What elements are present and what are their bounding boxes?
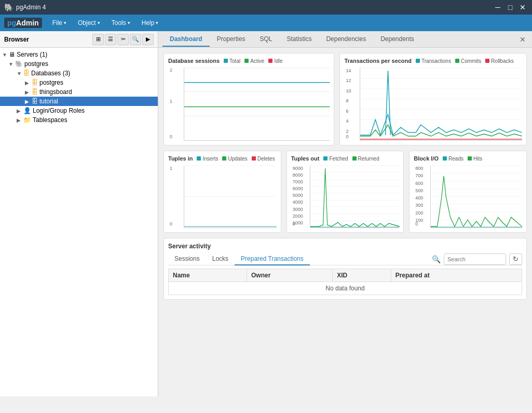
- legend-commits: Commits: [455, 58, 481, 64]
- tree-item-databases[interactable]: ▼ 🗄 Databases (3): [0, 69, 158, 78]
- activity-title: Server activity: [168, 243, 522, 250]
- legend-total: Total: [224, 58, 240, 64]
- col-header-xid: XID: [333, 269, 391, 282]
- browser-panel: Browser ⊞ ☰ ✂ 🔍 ▶ ▼ 🖥 Servers (1) ▼ 🐘 po…: [0, 31, 158, 396]
- tab-statistics[interactable]: Statistics: [279, 32, 319, 47]
- tuples-in-chart: 1 0: [184, 166, 277, 228]
- legend-label-rollbacks: Rollbacks: [491, 58, 513, 64]
- chevron-icon: ▶: [17, 117, 22, 123]
- tablespaces-icon: 📁: [23, 116, 31, 124]
- roles-icon: 👤: [23, 107, 31, 114]
- main-layout: Browser ⊞ ☰ ✂ 🔍 ▶ ▼ 🖥 Servers (1) ▼ 🐘 po…: [0, 31, 532, 396]
- activity-tab-locks[interactable]: Locks: [206, 253, 235, 265]
- server-activity-card: Server activity Sessions Locks Prepared …: [163, 238, 527, 300]
- menu-tools[interactable]: Tools ▾: [106, 17, 135, 29]
- tab-dependents[interactable]: Dependents: [373, 32, 421, 47]
- databases-icon: 🗄: [23, 70, 30, 77]
- app-title: pgAdmin 4: [16, 4, 46, 11]
- legend-dot-returned: [352, 156, 357, 161]
- refresh-button[interactable]: ↻: [509, 254, 522, 265]
- tree-item-roles[interactable]: ▶ 👤 Login/Group Roles: [0, 106, 158, 115]
- legend-label-deletes: Deletes: [257, 156, 275, 162]
- tree-label-db-thingsboard: thingsboard: [39, 88, 72, 96]
- activity-tab-prepared-transactions[interactable]: Prepared Transactions: [235, 253, 310, 265]
- browser-tree: ▼ 🖥 Servers (1) ▼ 🐘 postgres ▼ 🗄 Databas…: [0, 48, 158, 396]
- legend-label-hits: Hits: [473, 156, 482, 162]
- minimize-button[interactable]: ─: [493, 2, 503, 12]
- db-sessions-title: Database sessions: [168, 58, 220, 64]
- legend-dot-fetched: [323, 156, 328, 161]
- tree-label-roles: Login/Group Roles: [33, 107, 85, 114]
- menu-help[interactable]: Help ▾: [137, 17, 164, 29]
- db-sessions-chart: 2 1 0: [184, 68, 330, 141]
- tree-item-db-thingsboard[interactable]: ▶ 🗄 thingsboard: [0, 87, 158, 97]
- chevron-icon: ▶: [25, 80, 30, 86]
- menu-object[interactable]: Object ▾: [73, 17, 105, 29]
- activity-tab-sessions[interactable]: Sessions: [168, 253, 206, 265]
- tuples-in-title: Tuples in: [168, 155, 193, 162]
- tuples-in-legend: Inserts Updates Deletes: [197, 156, 275, 162]
- activity-toolbar: 🔍 ↻: [432, 254, 522, 265]
- block-io-legend: Reads Hits: [443, 156, 482, 162]
- tree-item-db-tutorial[interactable]: ▶ 🗄 tutorial: [0, 97, 158, 106]
- browser-tool-list[interactable]: ☰: [105, 34, 116, 45]
- tree-label-databases: Databases (3): [31, 70, 70, 77]
- chevron-icon: ▶: [17, 108, 22, 114]
- chevron-icon: ▼: [2, 52, 7, 58]
- legend-inserts: Inserts: [197, 156, 218, 162]
- legend-label-active: Active: [250, 58, 264, 64]
- maximize-button[interactable]: □: [505, 2, 515, 12]
- tree-item-servers[interactable]: ▼ 🖥 Servers (1): [0, 50, 158, 59]
- server-icon: 🖥: [9, 51, 15, 58]
- legend-rollbacks: Rollbacks: [485, 58, 513, 64]
- legend-dot-deletes: [252, 156, 256, 161]
- pg-logo: pgAdmin: [4, 18, 42, 28]
- menu-file[interactable]: File ▾: [47, 17, 72, 29]
- legend-label-total: Total: [229, 58, 240, 64]
- tree-label-postgres-server: postgres: [24, 60, 48, 68]
- browser-tool-run[interactable]: ▶: [142, 34, 154, 45]
- tree-label-db-postgres: postgres: [39, 79, 63, 86]
- prepared-transactions-table: Name Owner XID Prepared at No data found: [168, 269, 522, 295]
- legend-dot-reads: [443, 156, 447, 161]
- search-icon: 🔍: [432, 255, 441, 263]
- chart-db-sessions: Database sessions Total Active: [163, 53, 334, 145]
- chevron-icon: ▼: [8, 61, 13, 67]
- legend-transactions: Transactions: [416, 58, 451, 64]
- db-icon: 🗄: [32, 79, 38, 86]
- tab-bar: Dashboard Properties SQL Statistics Depe…: [158, 31, 532, 48]
- title-bar-left: 🐘 pgAdmin 4: [4, 3, 46, 11]
- close-button[interactable]: ✕: [517, 2, 528, 12]
- legend-updates: Updates: [222, 156, 247, 162]
- tab-sql[interactable]: SQL: [252, 32, 279, 47]
- legend-label-returned: Returned: [358, 156, 379, 162]
- legend-label-updates: Updates: [228, 156, 247, 162]
- chart-transactions: Transactions per second Transactions Com…: [339, 53, 527, 145]
- browser-tool-grid[interactable]: ⊞: [92, 34, 104, 45]
- chevron-icon: ▼: [17, 71, 22, 76]
- block-io-chart: 800 700 600 500 400 300 200 100 0: [430, 166, 522, 228]
- tab-dependencies[interactable]: Dependencies: [319, 32, 373, 47]
- block-io-title: Block I/O: [414, 155, 439, 162]
- legend-dot-rollbacks: [485, 59, 489, 63]
- search-input[interactable]: [444, 254, 506, 265]
- db-icon: 🗄: [32, 98, 38, 105]
- tree-item-postgres-server[interactable]: ▼ 🐘 postgres: [0, 59, 158, 69]
- chart-tuples-in: Tuples in Inserts Updates: [163, 151, 281, 233]
- title-bar-controls: ─ □ ✕: [493, 2, 528, 12]
- tab-dashboard[interactable]: Dashboard: [162, 32, 210, 47]
- legend-returned: Returned: [352, 156, 379, 162]
- browser-tool-search[interactable]: 🔍: [130, 34, 141, 45]
- tree-label-servers: Servers (1): [17, 51, 47, 58]
- tree-item-db-postgres[interactable]: ▶ 🗄 postgres: [0, 78, 158, 87]
- chevron-icon: ▶: [25, 99, 30, 104]
- tab-close-button[interactable]: ✕: [517, 35, 528, 44]
- tab-properties[interactable]: Properties: [210, 32, 253, 47]
- legend-dot-updates: [222, 156, 226, 161]
- legend-label-inserts: Inserts: [202, 156, 218, 162]
- tuples-out-legend: Fetched Returned: [323, 156, 379, 162]
- tree-item-tablespaces[interactable]: ▶ 📁 Tablespaces: [0, 115, 158, 125]
- chevron-icon: ▶: [25, 89, 30, 95]
- browser-tool-cut[interactable]: ✂: [117, 34, 129, 45]
- charts-row-1: Database sessions Total Active: [163, 53, 527, 145]
